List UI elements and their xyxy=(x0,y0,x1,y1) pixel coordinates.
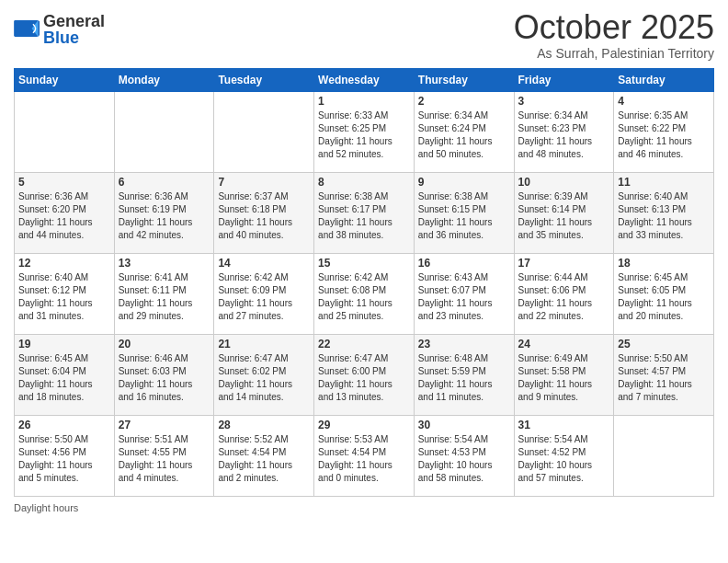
day-number: 22 xyxy=(318,338,410,350)
logo-blue: Blue xyxy=(43,29,79,47)
day-info: Sunrise: 6:36 AM Sunset: 6:19 PM Dayligh… xyxy=(119,190,210,242)
day-info: Sunrise: 6:40 AM Sunset: 6:12 PM Dayligh… xyxy=(18,271,110,323)
calendar-cell: 1Sunrise: 6:33 AM Sunset: 6:25 PM Daylig… xyxy=(314,91,415,172)
calendar-cell: 9Sunrise: 6:38 AM Sunset: 6:15 PM Daylig… xyxy=(414,172,514,253)
title-block: October 2025 As Surrah, Palestinian Terr… xyxy=(514,9,714,61)
week-row-1: 5Sunrise: 6:36 AM Sunset: 6:20 PM Daylig… xyxy=(15,172,714,253)
day-info: Sunrise: 5:53 AM Sunset: 4:54 PM Dayligh… xyxy=(318,433,410,485)
logo: General Blue xyxy=(14,13,105,46)
week-row-4: 26Sunrise: 5:50 AM Sunset: 4:56 PM Dayli… xyxy=(15,415,714,496)
day-info: Sunrise: 5:54 AM Sunset: 4:53 PM Dayligh… xyxy=(418,433,510,485)
calendar-cell: 17Sunrise: 6:44 AM Sunset: 6:06 PM Dayli… xyxy=(514,253,614,334)
day-number: 29 xyxy=(318,419,410,431)
weekday-header-friday: Friday xyxy=(514,68,614,91)
calendar-cell: 5Sunrise: 6:36 AM Sunset: 6:20 PM Daylig… xyxy=(15,172,115,253)
day-number: 23 xyxy=(418,338,510,350)
day-info: Sunrise: 6:47 AM Sunset: 6:02 PM Dayligh… xyxy=(218,352,310,404)
day-info: Sunrise: 5:50 AM Sunset: 4:57 PM Dayligh… xyxy=(618,352,710,404)
week-row-3: 19Sunrise: 6:45 AM Sunset: 6:04 PM Dayli… xyxy=(15,334,714,415)
day-number: 21 xyxy=(218,338,310,350)
day-info: Sunrise: 6:49 AM Sunset: 5:58 PM Dayligh… xyxy=(518,352,610,404)
calendar-cell: 13Sunrise: 6:41 AM Sunset: 6:11 PM Dayli… xyxy=(114,253,214,334)
day-number: 28 xyxy=(218,419,310,431)
day-info: Sunrise: 6:37 AM Sunset: 6:18 PM Dayligh… xyxy=(218,190,310,242)
day-info: Sunrise: 6:46 AM Sunset: 6:03 PM Dayligh… xyxy=(119,352,210,404)
calendar-cell: 7Sunrise: 6:37 AM Sunset: 6:18 PM Daylig… xyxy=(214,172,314,253)
calendar-cell: 22Sunrise: 6:47 AM Sunset: 6:00 PM Dayli… xyxy=(314,334,415,415)
calendar-cell: 18Sunrise: 6:45 AM Sunset: 6:05 PM Dayli… xyxy=(614,253,714,334)
location: As Surrah, Palestinian Territory xyxy=(514,46,714,61)
day-number: 25 xyxy=(618,338,710,350)
calendar-table: SundayMondayTuesdayWednesdayThursdayFrid… xyxy=(14,68,714,497)
calendar-cell xyxy=(614,415,714,496)
calendar-cell xyxy=(214,91,314,172)
calendar-cell: 28Sunrise: 5:52 AM Sunset: 4:54 PM Dayli… xyxy=(214,415,314,496)
day-info: Sunrise: 6:33 AM Sunset: 6:25 PM Dayligh… xyxy=(318,109,410,161)
day-info: Sunrise: 6:47 AM Sunset: 6:00 PM Dayligh… xyxy=(318,352,410,404)
calendar-cell: 15Sunrise: 6:42 AM Sunset: 6:08 PM Dayli… xyxy=(314,253,415,334)
weekday-header-sunday: Sunday xyxy=(15,68,115,91)
calendar-cell: 29Sunrise: 5:53 AM Sunset: 4:54 PM Dayli… xyxy=(314,415,415,496)
calendar-cell: 25Sunrise: 5:50 AM Sunset: 4:57 PM Dayli… xyxy=(614,334,714,415)
day-info: Sunrise: 6:48 AM Sunset: 5:59 PM Dayligh… xyxy=(418,352,510,404)
day-number: 17 xyxy=(518,257,610,270)
day-info: Sunrise: 6:44 AM Sunset: 6:06 PM Dayligh… xyxy=(518,271,610,323)
day-info: Sunrise: 6:34 AM Sunset: 6:23 PM Dayligh… xyxy=(518,109,610,161)
weekday-header-wednesday: Wednesday xyxy=(314,68,415,91)
day-number: 7 xyxy=(218,176,310,189)
day-number: 15 xyxy=(318,257,410,270)
day-info: Sunrise: 6:45 AM Sunset: 6:05 PM Dayligh… xyxy=(618,271,710,323)
day-info: Sunrise: 6:43 AM Sunset: 6:07 PM Dayligh… xyxy=(418,271,510,323)
day-number: 6 xyxy=(119,176,210,189)
calendar-cell: 12Sunrise: 6:40 AM Sunset: 6:12 PM Dayli… xyxy=(15,253,115,334)
day-number: 1 xyxy=(318,95,410,108)
day-number: 30 xyxy=(418,419,510,431)
calendar-cell: 19Sunrise: 6:45 AM Sunset: 6:04 PM Dayli… xyxy=(15,334,115,415)
day-number: 12 xyxy=(18,257,110,270)
day-info: Sunrise: 6:45 AM Sunset: 6:04 PM Dayligh… xyxy=(18,352,110,404)
day-number: 8 xyxy=(318,176,410,189)
logo-general: General xyxy=(43,12,105,30)
month-title: October 2025 xyxy=(514,9,714,46)
day-info: Sunrise: 5:51 AM Sunset: 4:55 PM Dayligh… xyxy=(119,433,210,485)
svg-marker-2 xyxy=(38,20,40,37)
footer-note: Daylight hours xyxy=(14,502,714,513)
weekday-header-row: SundayMondayTuesdayWednesdayThursdayFrid… xyxy=(15,68,714,91)
day-number: 9 xyxy=(418,176,510,189)
day-number: 31 xyxy=(518,419,610,431)
calendar-cell: 26Sunrise: 5:50 AM Sunset: 4:56 PM Dayli… xyxy=(15,415,115,496)
week-row-0: 1Sunrise: 6:33 AM Sunset: 6:25 PM Daylig… xyxy=(15,91,714,172)
weekday-header-tuesday: Tuesday xyxy=(214,68,314,91)
day-number: 5 xyxy=(18,176,110,189)
calendar-cell: 2Sunrise: 6:34 AM Sunset: 6:24 PM Daylig… xyxy=(414,91,514,172)
day-number: 18 xyxy=(618,257,710,270)
day-number: 3 xyxy=(518,95,610,108)
calendar-cell: 16Sunrise: 6:43 AM Sunset: 6:07 PM Dayli… xyxy=(414,253,514,334)
calendar-cell: 3Sunrise: 6:34 AM Sunset: 6:23 PM Daylig… xyxy=(514,91,614,172)
day-info: Sunrise: 5:54 AM Sunset: 4:52 PM Dayligh… xyxy=(518,433,610,485)
calendar-cell xyxy=(114,91,214,172)
weekday-header-monday: Monday xyxy=(114,68,214,91)
day-number: 2 xyxy=(418,95,510,108)
day-info: Sunrise: 5:52 AM Sunset: 4:54 PM Dayligh… xyxy=(218,433,310,485)
day-number: 11 xyxy=(618,176,710,189)
day-number: 19 xyxy=(18,338,110,350)
calendar-cell: 21Sunrise: 6:47 AM Sunset: 6:02 PM Dayli… xyxy=(214,334,314,415)
day-number: 10 xyxy=(518,176,610,189)
calendar-cell: 24Sunrise: 6:49 AM Sunset: 5:58 PM Dayli… xyxy=(514,334,614,415)
calendar-cell: 6Sunrise: 6:36 AM Sunset: 6:19 PM Daylig… xyxy=(114,172,214,253)
day-info: Sunrise: 6:42 AM Sunset: 6:09 PM Dayligh… xyxy=(218,271,310,323)
day-number: 13 xyxy=(119,257,210,270)
day-info: Sunrise: 6:39 AM Sunset: 6:14 PM Dayligh… xyxy=(518,190,610,242)
calendar-cell: 23Sunrise: 6:48 AM Sunset: 5:59 PM Dayli… xyxy=(414,334,514,415)
calendar-cell: 30Sunrise: 5:54 AM Sunset: 4:53 PM Dayli… xyxy=(414,415,514,496)
day-info: Sunrise: 6:42 AM Sunset: 6:08 PM Dayligh… xyxy=(318,271,410,323)
day-info: Sunrise: 6:34 AM Sunset: 6:24 PM Dayligh… xyxy=(418,109,510,161)
header: General Blue October 2025 As Surrah, Pal… xyxy=(14,9,714,61)
calendar-cell: 8Sunrise: 6:38 AM Sunset: 6:17 PM Daylig… xyxy=(314,172,415,253)
day-info: Sunrise: 6:35 AM Sunset: 6:22 PM Dayligh… xyxy=(618,109,710,161)
day-number: 14 xyxy=(218,257,310,270)
logo-text: General Blue xyxy=(43,13,105,46)
calendar-cell: 31Sunrise: 5:54 AM Sunset: 4:52 PM Dayli… xyxy=(514,415,614,496)
calendar-cell: 10Sunrise: 6:39 AM Sunset: 6:14 PM Dayli… xyxy=(514,172,614,253)
